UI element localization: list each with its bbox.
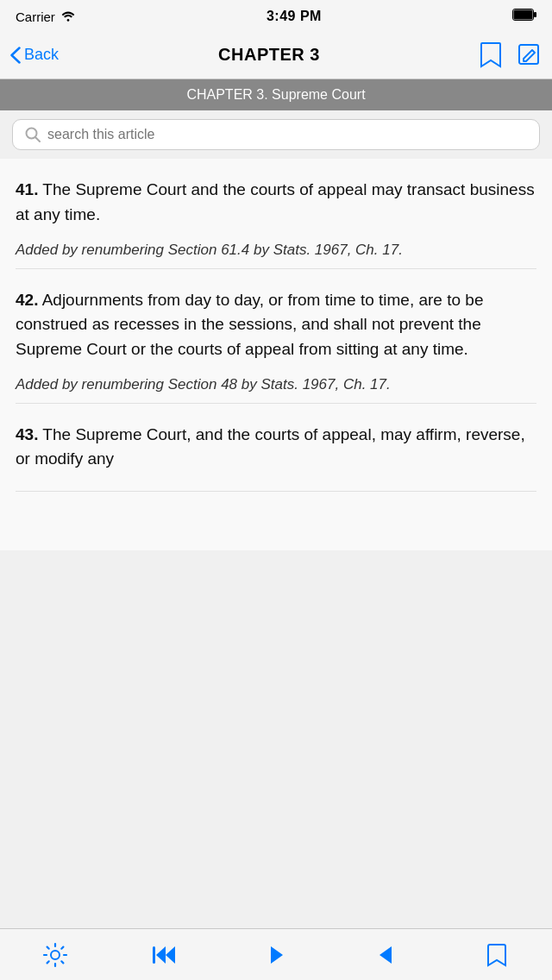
page-title: CHAPTER 3 <box>218 45 320 65</box>
section-42-body: Adjournments from day to day, or from ti… <box>16 291 483 358</box>
wifi-icon <box>60 9 76 24</box>
edit-nav-button[interactable] <box>518 43 542 67</box>
toc-tab-button[interactable] <box>442 929 552 980</box>
battery-icon <box>512 9 536 24</box>
section-42-note: Added by renumbering Section 48 by Stats… <box>16 374 536 396</box>
section-41-number: 41. <box>16 180 38 198</box>
svg-rect-6 <box>153 946 155 964</box>
forward-tab-button[interactable] <box>331 929 442 980</box>
svg-point-5 <box>51 951 60 959</box>
section-42-text: 42. Adjournments from day to day, or fro… <box>16 288 536 362</box>
tab-bar <box>0 928 552 980</box>
svg-point-4 <box>27 129 37 139</box>
svg-rect-1 <box>534 12 536 17</box>
search-bar[interactable] <box>12 119 540 150</box>
section-41-body: The Supreme Court and the courts of appe… <box>16 180 535 223</box>
carrier-label: Carrier <box>16 9 76 24</box>
bookmark-nav-button[interactable] <box>480 41 502 69</box>
search-bar-wrap <box>0 110 552 159</box>
section-42-number: 42. <box>16 291 38 309</box>
section-43-body: The Supreme Court, and the courts of app… <box>16 425 525 468</box>
section-41-text: 41. The Supreme Court and the courts of … <box>16 178 536 227</box>
search-input[interactable] <box>47 127 527 142</box>
carrier-text: Carrier <box>16 9 55 24</box>
section-41: 41. The Supreme Court and the courts of … <box>16 159 536 269</box>
section-42: 42. Adjournments from day to day, or fro… <box>16 269 536 404</box>
chapter-banner: CHAPTER 3. Supreme Court <box>0 79 552 110</box>
back-label: Back <box>24 46 59 64</box>
status-bar: Carrier 3:49 PM <box>0 0 552 31</box>
nav-icons <box>480 41 542 69</box>
section-43: 43. The Supreme Court, and the courts of… <box>16 404 536 492</box>
content-area: 41. The Supreme Court and the courts of … <box>0 159 552 550</box>
back-button[interactable]: Back <box>10 46 59 64</box>
svg-rect-2 <box>514 10 533 20</box>
clock: 3:49 PM <box>267 9 322 24</box>
section-41-note: Added by renumbering Section 61.4 by Sta… <box>16 239 536 261</box>
section-43-text: 43. The Supreme Court, and the courts of… <box>16 423 536 472</box>
gear-tab-button[interactable] <box>0 929 110 980</box>
status-right <box>512 9 536 24</box>
rewind-tab-button[interactable] <box>110 929 221 980</box>
nav-bar: Back CHAPTER 3 <box>0 31 552 79</box>
back-tab-button[interactable] <box>221 929 331 980</box>
search-icon <box>25 127 41 142</box>
section-43-number: 43. <box>16 425 38 443</box>
